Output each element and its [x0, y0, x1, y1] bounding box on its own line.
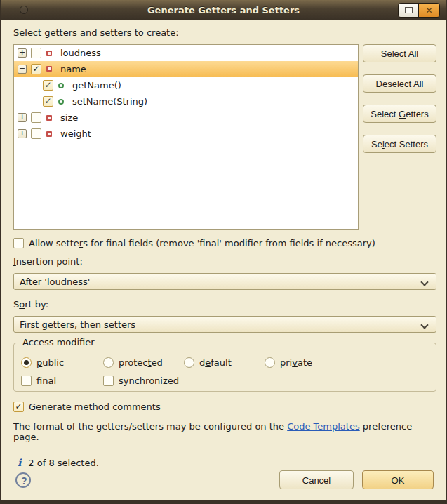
access-modifier-legend: Access modifier — [20, 337, 98, 347]
field-icon — [46, 66, 52, 72]
generate-comments-checkbox[interactable] — [13, 402, 24, 412]
tree-item-label: loudness — [60, 48, 101, 58]
field-icon — [46, 115, 52, 121]
expand-icon[interactable]: + — [18, 48, 27, 58]
sort-by-value: First getters, then setters — [20, 319, 135, 330]
tree-item-label: setName(String) — [72, 96, 147, 107]
allow-setters-row: Allow setters for final fields (remove '… — [13, 238, 434, 248]
radio-private-label: private — [280, 357, 312, 368]
insertion-point-value: After 'loudness' — [20, 277, 90, 287]
sort-by-label: Sort by: — [13, 299, 434, 310]
tree-item-label: weight — [60, 128, 91, 139]
radio-icon[interactable] — [265, 357, 275, 368]
deselect-all-button[interactable]: Deselect All — [363, 74, 436, 93]
window-menu-icon[interactable] — [20, 6, 28, 14]
window-buttons: ✕ — [398, 3, 440, 18]
synchronized-checkbox[interactable] — [103, 376, 114, 386]
member-tree[interactable]: +loudness−✓name✓getName()✓setName(String… — [13, 44, 359, 230]
generate-comments-row: Generate method comments — [13, 402, 434, 412]
status-line: i 2 of 8 selected. — [13, 457, 434, 468]
tree-item-label: size — [60, 112, 78, 123]
tree-item-checkbox[interactable] — [31, 48, 41, 58]
dialog-content: Select getters and setters to create: +l… — [1, 20, 446, 500]
generate-getters-setters-dialog: Generate Getters and Setters ✕ Select ge… — [0, 0, 447, 504]
field-icon — [46, 51, 52, 56]
maximize-button[interactable] — [399, 4, 419, 17]
radio-public-label: public — [36, 357, 64, 368]
access-modifier-options: public protected default private final — [21, 357, 429, 386]
insertion-point-combo[interactable]: After 'loudness' — [13, 273, 436, 290]
window-title: Generate Getters and Setters — [1, 5, 446, 15]
collapse-icon[interactable]: − — [18, 65, 27, 74]
tree-item-checkbox[interactable] — [31, 128, 41, 139]
tree-row[interactable]: +size — [14, 110, 358, 126]
format-note-pre: The format of the getters/setters may be… — [13, 421, 287, 432]
format-note: The format of the getters/setters may be… — [13, 421, 434, 442]
select-members-label: Select getters and setters to create: — [13, 27, 434, 38]
field-icon — [46, 131, 52, 137]
synchronized-label: synchronized — [119, 376, 179, 386]
spacer — [363, 69, 436, 74]
select-getters-button[interactable]: Select Getters — [363, 105, 436, 123]
info-icon: i — [18, 457, 21, 468]
tree-item-checkbox[interactable]: ✓ — [31, 64, 41, 74]
final-checkbox[interactable] — [21, 376, 32, 386]
allow-setters-label: Allow setters for final fields (remove '… — [29, 238, 375, 248]
insertion-point-label: Insertion point: — [13, 256, 434, 267]
sort-by-combo[interactable]: First getters, then setters — [13, 316, 436, 333]
tree-item-checkbox[interactable]: ✓ — [43, 80, 53, 91]
maximize-icon — [405, 7, 413, 13]
tree-item-label: getName() — [72, 80, 121, 91]
tree-row[interactable]: +loudness — [14, 45, 358, 61]
cancel-button[interactable]: Cancel — [279, 470, 354, 489]
generate-comments-label: Generate method comments — [29, 402, 161, 412]
titlebar[interactable]: Generate Getters and Setters ✕ — [1, 0, 446, 20]
code-templates-link[interactable]: Code Templates — [287, 421, 360, 432]
tree-row[interactable]: −✓name — [14, 61, 358, 77]
select-setters-button[interactable]: Select Setters — [363, 135, 436, 153]
radio-icon[interactable] — [21, 357, 32, 368]
radio-public[interactable]: public — [21, 357, 103, 368]
checkbox-final[interactable]: final — [21, 376, 103, 386]
radio-default[interactable]: default — [184, 357, 265, 368]
tree-and-buttons-row: +loudness−✓name✓getName()✓setName(String… — [13, 44, 434, 230]
method-icon — [58, 83, 64, 88]
tree-item-checkbox[interactable] — [31, 112, 41, 123]
footer: ? Cancel OK — [13, 470, 434, 500]
radio-default-label: default — [199, 357, 232, 368]
tree-column: +loudness−✓name✓getName()✓setName(String… — [13, 44, 359, 230]
expand-icon[interactable]: + — [18, 113, 27, 122]
tree-item-label: name — [60, 64, 86, 74]
allow-setters-checkbox[interactable] — [13, 238, 24, 248]
help-button[interactable]: ? — [15, 472, 31, 488]
radio-icon[interactable] — [184, 357, 194, 368]
method-icon — [58, 99, 64, 105]
spacer — [363, 99, 436, 105]
tree-row[interactable]: ✓setName(String) — [14, 93, 358, 110]
chevron-down-icon — [420, 321, 428, 329]
final-label: final — [36, 376, 56, 386]
expand-icon[interactable]: + — [18, 129, 27, 138]
close-icon: ✕ — [425, 6, 432, 15]
radio-protected-label: protected — [119, 357, 163, 368]
side-button-column: Select All Deselect All Select Getters S… — [359, 44, 436, 230]
ok-button[interactable]: OK — [362, 470, 434, 489]
radio-private[interactable]: private — [265, 357, 429, 368]
tree-item-checkbox[interactable]: ✓ — [43, 96, 53, 107]
radio-protected[interactable]: protected — [103, 357, 184, 368]
close-button[interactable]: ✕ — [419, 4, 439, 17]
tree-row[interactable]: ✓getName() — [14, 77, 358, 93]
radio-icon[interactable] — [103, 357, 114, 368]
select-all-button[interactable]: Select All — [363, 44, 436, 62]
chevron-down-icon — [420, 278, 428, 286]
spacer — [363, 129, 436, 135]
status-text: 2 of 8 selected. — [28, 458, 98, 468]
checkbox-synchronized[interactable]: synchronized — [103, 376, 184, 386]
access-modifier-group: Access modifier public protected default… — [13, 343, 436, 392]
tree-row[interactable]: +weight — [14, 126, 358, 142]
